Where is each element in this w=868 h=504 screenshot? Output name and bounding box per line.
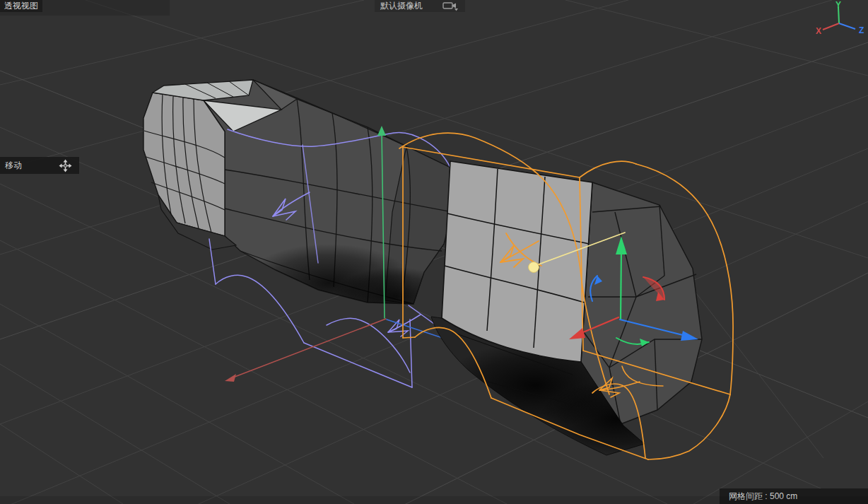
axis-z-label: Z <box>859 25 864 35</box>
3d-viewport[interactable]: 透视视图 默认摄像机 移动 网格间距 <box>0 0 868 504</box>
move-tool-icon <box>59 159 72 172</box>
active-tool-indicator: 移动 <box>0 157 79 174</box>
left-mesh-object[interactable] <box>143 80 459 327</box>
view-menu-tab[interactable]: 透视视图 <box>0 0 42 12</box>
axis-y-label: Y <box>835 0 841 10</box>
tool-label: 移动 <box>0 160 59 172</box>
camera-label: 默认摄像机 <box>380 0 423 12</box>
axis-x-label: X <box>816 26 821 36</box>
axis-orientation-icon: Y X Z <box>811 1 867 41</box>
viewport-bottom-edge <box>0 496 868 504</box>
right-mesh-object[interactable] <box>431 161 702 457</box>
view-label: 透视视图 <box>4 1 38 11</box>
scene-canvas[interactable] <box>0 0 868 504</box>
left-front-face <box>143 93 225 236</box>
left-gizmo-x-axis-handle[interactable] <box>225 319 386 382</box>
camera-selector[interactable]: 默认摄像机 <box>375 0 465 12</box>
camera-icon[interactable] <box>442 1 459 11</box>
